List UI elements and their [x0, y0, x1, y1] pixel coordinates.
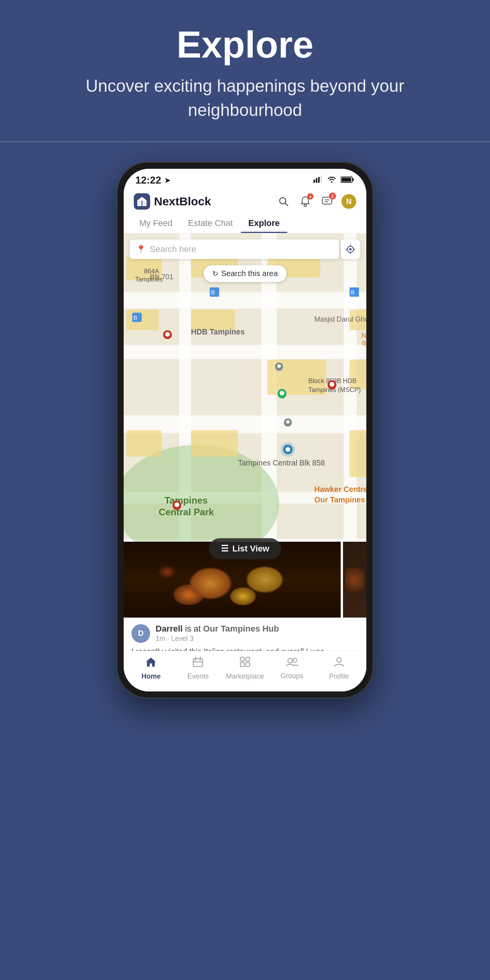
svg-rect-3 — [320, 176, 322, 183]
events-label: Events — [187, 672, 209, 681]
svg-rect-33 — [126, 310, 159, 331]
svg-rect-41 — [191, 430, 238, 457]
list-view-button[interactable]: ☰ List View — [209, 538, 281, 559]
nav-home[interactable]: Home — [131, 656, 170, 681]
list-icon: ☰ — [221, 544, 229, 554]
app-logo: NextBlock — [134, 193, 211, 210]
svg-marker-9 — [137, 197, 147, 201]
svg-rect-0 — [313, 180, 315, 183]
svg-rect-100 — [193, 659, 203, 667]
svg-point-109 — [293, 658, 297, 662]
svg-rect-107 — [246, 663, 250, 667]
svg-rect-5 — [352, 178, 354, 181]
svg-rect-104 — [240, 657, 244, 661]
svg-rect-2 — [318, 177, 320, 183]
post-avatar: D — [131, 624, 150, 643]
phone-screen: 12:22 ➤ — [124, 169, 366, 691]
search-pin-icon: 📍 — [136, 245, 146, 254]
search-area-label: Search this area — [221, 269, 278, 278]
app-header: NextBlock ● 2 N — [124, 189, 366, 210]
svg-rect-7 — [137, 200, 142, 206]
svg-line-11 — [285, 203, 288, 206]
svg-point-75 — [277, 364, 281, 368]
post-user-info: Darrell is at Our Tampines Hub 1m · Leve… — [156, 624, 359, 643]
svg-rect-106 — [240, 663, 244, 667]
svg-point-77 — [329, 382, 334, 387]
profile-label: Profile — [329, 672, 349, 681]
svg-text:Masjid Darul Ghufra: Masjid Darul Ghufra — [314, 315, 366, 323]
events-icon — [192, 656, 203, 670]
tab-explore[interactable]: Explore — [241, 214, 288, 233]
svg-rect-40 — [126, 430, 162, 457]
svg-text:Tampines: Tampines — [135, 276, 163, 283]
messages-button[interactable]: 2 — [320, 194, 334, 209]
notification-badge: ● — [307, 193, 313, 200]
separator — [0, 141, 490, 142]
location-arrow-icon: ➤ — [164, 176, 170, 185]
nav-groups[interactable]: Groups — [273, 657, 312, 680]
phone-wrapper: 12:22 ➤ — [0, 154, 490, 980]
svg-rect-6 — [341, 178, 351, 182]
profile-icon — [334, 656, 344, 670]
svg-point-110 — [337, 658, 341, 662]
svg-rect-42 — [350, 430, 366, 477]
map-container[interactable]: Tampines Central Park — [124, 233, 366, 691]
refresh-icon: ↻ — [212, 270, 218, 278]
user-avatar[interactable]: N — [341, 194, 356, 209]
svg-text:B: B — [133, 314, 137, 321]
svg-rect-105 — [246, 657, 250, 661]
tab-estate-chat[interactable]: Estate Chat — [180, 214, 241, 233]
phone-device: 12:22 ➤ — [117, 162, 373, 698]
svg-rect-8 — [142, 200, 147, 206]
svg-rect-18 — [124, 345, 366, 359]
post-meta: 1m · Level 3 — [156, 635, 359, 643]
search-button[interactable] — [276, 194, 291, 209]
status-time: 12:22 ➤ — [135, 174, 170, 186]
groups-label: Groups — [280, 672, 303, 680]
svg-text:Central Park: Central Park — [159, 507, 214, 517]
map-search-bar[interactable]: 📍 Search here — [130, 240, 339, 259]
home-icon — [145, 656, 157, 670]
marketplace-icon — [240, 656, 250, 670]
svg-rect-1 — [316, 178, 317, 183]
nav-events[interactable]: Events — [178, 656, 217, 681]
home-label: Home — [141, 672, 161, 681]
page-subtitle: Uncover exciting happenings beyond your … — [31, 74, 459, 122]
search-area-button[interactable]: ↻ Search this area — [204, 265, 287, 282]
marketplace-label: Marketplace — [226, 672, 264, 681]
svg-point-78 — [286, 420, 290, 424]
svg-text:Hawker Centre @: Hawker Centre @ — [314, 485, 366, 494]
search-placeholder: Search here — [150, 244, 333, 254]
svg-text:Our Tampines Hub: Our Tampines Hub — [314, 495, 366, 504]
svg-text:Tampines Central Blk 858: Tampines Central Blk 858 — [238, 458, 325, 467]
header-actions: ● 2 N — [276, 194, 356, 209]
nav-profile[interactable]: Profile — [320, 656, 359, 681]
battery-icon — [341, 176, 355, 185]
post-username: Darrell is at Our Tampines Hub — [156, 624, 359, 634]
page-header: Explore Uncover exciting happenings beyo… — [0, 0, 490, 141]
svg-text:B: B — [351, 289, 355, 296]
messages-badge: 2 — [329, 192, 336, 200]
svg-text:B: B — [211, 289, 215, 296]
wifi-icon — [327, 175, 337, 185]
bottom-navigation: Home Events Marketplace — [124, 651, 366, 691]
page-title: Explore — [31, 23, 459, 66]
svg-text:864A: 864A — [144, 268, 159, 275]
tab-my-feed[interactable]: My Feed — [131, 214, 180, 233]
svg-point-74 — [165, 332, 170, 337]
tab-bar: My Feed Estate Chat Explore — [124, 210, 366, 233]
svg-text:Nuodle: Nuodle — [361, 332, 366, 340]
location-button[interactable] — [341, 240, 360, 259]
svg-point-12 — [304, 204, 306, 206]
svg-point-95 — [349, 248, 352, 250]
signal-icon — [313, 176, 323, 185]
nav-marketplace[interactable]: Marketplace — [226, 656, 264, 681]
svg-text:牛一嘴: 牛一嘴 — [361, 340, 366, 348]
svg-point-108 — [288, 658, 292, 663]
status-icons — [313, 175, 355, 185]
svg-rect-17 — [124, 292, 366, 308]
svg-point-81 — [285, 447, 290, 452]
post-header: D Darrell is at Our Tampines Hub 1m · Le… — [131, 624, 359, 643]
svg-text:HDB Tampines: HDB Tampines — [191, 327, 245, 336]
notification-button[interactable]: ● — [298, 194, 313, 209]
